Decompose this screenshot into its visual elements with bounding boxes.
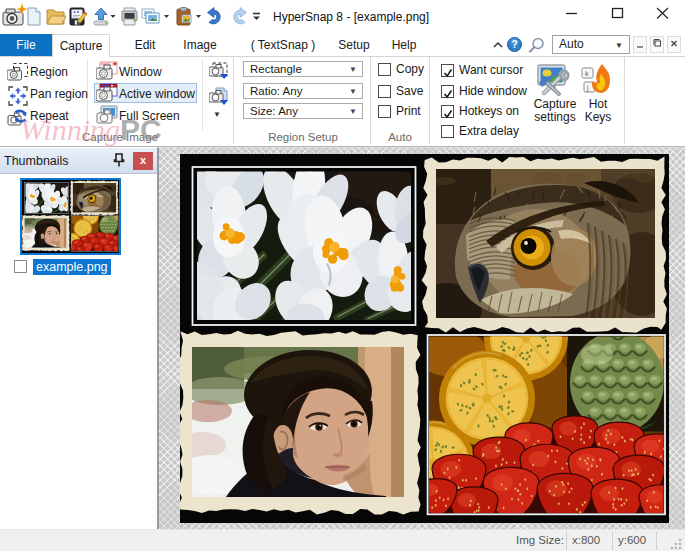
svg-text:?: ? (512, 39, 518, 50)
svg-text:k: k (585, 70, 589, 77)
svg-text:j: j (586, 84, 589, 92)
